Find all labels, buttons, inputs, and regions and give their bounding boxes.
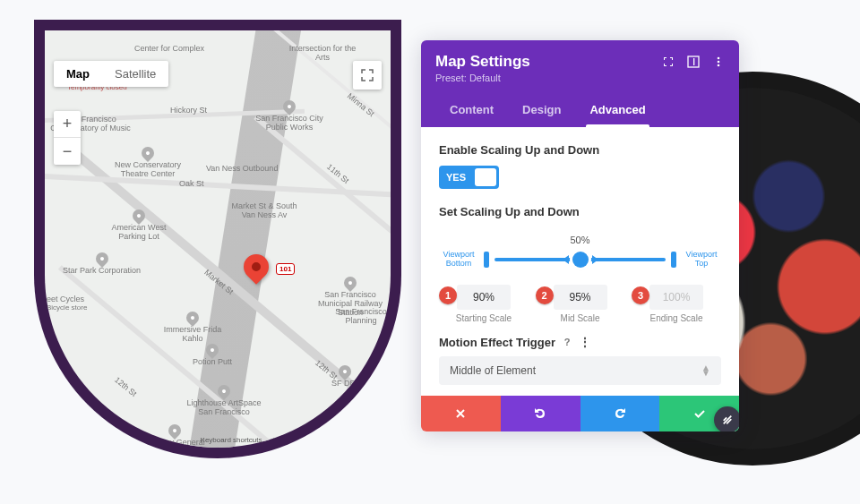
expand-icon[interactable]: [662, 56, 675, 68]
slider-thumb[interactable]: [572, 252, 589, 268]
help-icon[interactable]: [687, 56, 700, 68]
annotation-badge-2: 2: [536, 286, 554, 304]
enable-scaling-label: Enable Scaling Up and Down: [439, 143, 721, 157]
poi-intersection-arts[interactable]: Intersection for the Arts: [282, 45, 363, 63]
poi-label: Star Park Corporation: [63, 267, 141, 276]
fullscreen-button[interactable]: [353, 61, 382, 90]
mid-scale-field: 2 Mid Scale: [536, 285, 625, 323]
panel-preset-label[interactable]: Preset: Default: [435, 73, 530, 83]
slider-handle-right[interactable]: [671, 252, 676, 268]
zoom-controls: + −: [54, 111, 81, 165]
poi-label: Blue Pe: [348, 412, 376, 421]
enable-scaling-toggle[interactable]: YES: [439, 166, 499, 189]
panel-body: Enable Scaling Up and Down YES Set Scali…: [421, 127, 739, 396]
poi-label: American West Parking Lot: [99, 224, 179, 242]
poi-label: Intersection for the Arts: [282, 45, 363, 63]
map-type-switch[interactable]: Map Satellite: [54, 61, 168, 87]
set-scaling-label: Set Scaling Up and Down: [439, 205, 721, 218]
panel-tabs: Content Design Advanced: [435, 94, 725, 127]
poi-sf-dbi[interactable]: SF DBI: [331, 365, 357, 389]
panel-title: Map Settings: [435, 53, 530, 71]
poi-theatre[interactable]: New Conservatory Theatre Center: [108, 147, 188, 179]
toggle-knob: [475, 168, 496, 186]
poi-label: Center for Complex: [134, 45, 204, 54]
undo-icon: [534, 407, 546, 420]
motion-trigger-more-icon[interactable]: ⋮: [579, 336, 591, 348]
help-question-icon[interactable]: ?: [561, 336, 573, 348]
poi-pin-icon: [166, 422, 184, 440]
poi-star-park[interactable]: Star Park Corporation: [63, 252, 141, 276]
poi-label: Immersive Frida Kahlo: [152, 326, 233, 344]
undo-button[interactable]: [501, 396, 580, 431]
poi-pin-icon: [341, 274, 359, 292]
poi-label: Market St & South Van Ness Av: [224, 202, 305, 220]
svg-point-3: [718, 61, 720, 64]
poi-pin-icon: [336, 363, 354, 380]
motion-trigger-select[interactable]: Middle of Element ▲▼: [439, 356, 721, 385]
poi-label: San Francisco City Public Works: [249, 115, 330, 132]
poi-lighthouse[interactable]: Lighthouse ArtSpace San Francisco: [184, 385, 264, 417]
slider-arrow-left-icon: [563, 255, 569, 264]
poi-blue-pe[interactable]: Blue Pe: [348, 397, 376, 421]
poi-label: SF DBI: [331, 380, 357, 389]
settings-panel: Map Settings Preset: Default Content Des…: [421, 40, 739, 431]
panel-footer: [421, 396, 739, 431]
mid-scale-input[interactable]: [554, 285, 607, 310]
poi-market-south-vanness[interactable]: Market St & South Van Ness Av: [224, 202, 305, 220]
check-icon: [693, 407, 706, 420]
svg-point-2: [718, 57, 720, 60]
poi-van-ness-outbound[interactable]: Van Ness Outbound: [206, 165, 278, 174]
viewport-slider: 50% Viewport Bottom Viewport Top: [439, 235, 721, 269]
map-type-satellite[interactable]: Satellite: [102, 61, 168, 87]
resize-icon: [722, 414, 733, 425]
zoom-in-button[interactable]: +: [54, 111, 81, 138]
poi-pin-icon: [353, 395, 371, 413]
map-attribution: Keyboard shortcuts Map data ©: [201, 436, 310, 444]
poi-sf-planning[interactable]: San Francisco Planning: [331, 308, 391, 326]
more-icon[interactable]: [712, 56, 725, 68]
zoom-out-button[interactable]: −: [54, 138, 81, 165]
poi-label: New Conservatory Theatre Center: [108, 161, 188, 179]
annotation-badge-3: 3: [632, 286, 649, 304]
tab-advanced[interactable]: Advanced: [575, 94, 659, 127]
ending-scale-input[interactable]: [649, 285, 703, 310]
starting-scale-input[interactable]: [457, 285, 511, 310]
tab-design[interactable]: Design: [508, 94, 575, 127]
keyboard-shortcuts-link[interactable]: Keyboard shortcuts: [201, 436, 262, 444]
poi-label: Lighthouse ArtSpace San Francisco: [184, 399, 264, 417]
poi-label: San Francisco Planning: [331, 308, 391, 326]
poi-frida[interactable]: Immersive Frida Kahlo: [152, 312, 233, 344]
redo-icon: [614, 407, 626, 420]
poi-pin-icon: [130, 207, 148, 225]
poi-label: Van Ness Outbound: [206, 165, 278, 174]
poi-label: Potion Putt: [193, 358, 232, 367]
ending-scale-field: 3 Ending Scale: [632, 285, 721, 323]
poi-sublabel: Bicycle store: [47, 304, 87, 312]
slider-track[interactable]: [494, 258, 666, 261]
select-caret-icon: ▲▼: [701, 365, 710, 376]
close-button[interactable]: [421, 396, 501, 431]
svg-rect-1: [693, 58, 694, 65]
poi-pin-icon: [280, 98, 298, 115]
map-type-map[interactable]: Map: [54, 61, 102, 87]
starting-scale-field: 1 Starting Scale: [439, 285, 529, 323]
mid-scale-label: Mid Scale: [561, 313, 600, 323]
resize-handle[interactable]: [714, 406, 739, 431]
map-canvas[interactable]: Hickory St Oak St Market St 11th St 12th…: [45, 30, 391, 448]
poi-public-works[interactable]: San Francisco City Public Works: [249, 100, 330, 132]
poi-pin-icon: [184, 309, 202, 327]
motion-trigger-label-row: Motion Effect Trigger ? ⋮: [439, 336, 721, 349]
slider-handle-left[interactable]: [484, 252, 489, 268]
tab-content[interactable]: Content: [435, 94, 508, 127]
poi-street-cycles[interactable]: eet CyclesBicycle store: [47, 295, 87, 312]
slider-label-top: Viewport Top: [682, 251, 721, 269]
poi-pin-icon: [139, 144, 157, 162]
poi-center-complex[interactable]: Center for Complex: [134, 45, 204, 54]
panel-header: Map Settings Preset: Default Content Des…: [421, 40, 739, 127]
annotation-badge-1: 1: [439, 286, 457, 304]
slider-value-label: 50%: [439, 235, 721, 245]
poi-american-west-parking[interactable]: American West Parking Lot: [99, 209, 179, 242]
motion-trigger-label: Motion Effect Trigger: [439, 336, 555, 349]
poi-potion-putt[interactable]: Potion Putt: [193, 344, 232, 367]
redo-button[interactable]: [580, 396, 660, 431]
